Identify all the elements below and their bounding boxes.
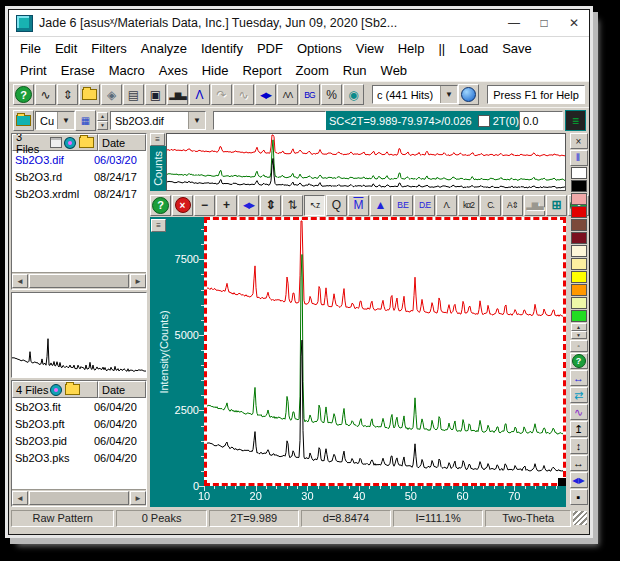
menu-filters[interactable]: Filters [84, 39, 133, 58]
open-scan-button[interactable] [13, 110, 34, 131]
cd-icon[interactable]: ◉ [343, 84, 364, 105]
stack-button[interactable]: ≡ [565, 110, 586, 131]
zap-icon[interactable]: ∿ [35, 84, 56, 105]
color-swatch-7[interactable] [571, 258, 587, 270]
menu-erase[interactable]: Erase [54, 61, 102, 80]
twin-peaks-icon[interactable]: ΛΛ [277, 84, 298, 105]
spinner-down-icon[interactable]: ▼ [97, 121, 108, 130]
report-icon[interactable]: ▂▆▃ [524, 195, 545, 216]
smooth-icon[interactable]: ∿ [233, 84, 254, 105]
color-swatch-0[interactable] [571, 167, 587, 179]
close-button[interactable]: ✕ [559, 11, 589, 35]
zoom-in-icon[interactable]: + [216, 195, 237, 216]
list-item[interactable]: Sb2O3.dif06/03/20 [12, 151, 146, 168]
menu-analyze[interactable]: Analyze [134, 39, 194, 58]
area-fill-icon[interactable]: ▲ [370, 195, 391, 216]
scale-vertical-icon[interactable]: ⇕ [260, 195, 281, 216]
list-item[interactable]: Sb2O3.fit06/04/20 [12, 398, 146, 415]
selection-handle[interactable] [558, 478, 566, 486]
chevron-down-icon[interactable]: ▼ [188, 112, 205, 129]
menu-view[interactable]: View [349, 39, 391, 58]
color-swatch-9[interactable] [571, 284, 587, 296]
normalize-icon[interactable]: ⇅ [282, 195, 303, 216]
color-swatch-8[interactable] [571, 271, 587, 283]
menu-load[interactable]: Load [452, 39, 495, 58]
main-plot[interactable] [204, 217, 566, 486]
de-icon[interactable]: D.E [414, 195, 435, 216]
scroll-left-icon[interactable]: ◄ [12, 274, 28, 288]
help-icon[interactable]: ? [13, 84, 34, 105]
expand-horizontal-icon[interactable]: ◀▶ [255, 84, 276, 105]
menu-save[interactable]: Save [495, 39, 539, 58]
scan-list-scrollbar[interactable]: ◄ ► [12, 272, 146, 289]
diamond-icon[interactable]: ◈ [101, 84, 122, 105]
bg-icon[interactable]: BG [299, 84, 320, 105]
slide-icon[interactable]: ◀▶ [570, 472, 588, 488]
color-swatch-11[interactable] [571, 310, 587, 322]
color-swatch-2[interactable] [571, 193, 587, 205]
result-list-scrollbar[interactable]: ◄ ► [12, 489, 146, 506]
chevron-down-icon[interactable]: ▼ [440, 86, 457, 103]
date-header[interactable]: Date [98, 134, 146, 151]
swatch-spinner[interactable]: ▲▼ [571, 323, 587, 339]
delete-icon[interactable]: × [172, 195, 193, 216]
help-icon[interactable]: ? [150, 195, 171, 216]
table-icon[interactable]: ⊞ [546, 195, 567, 216]
menu-macro[interactable]: Macro [102, 61, 152, 80]
scroll-right-icon[interactable]: ► [130, 491, 146, 505]
menu-zoom[interactable]: Zoom [289, 61, 336, 80]
spinner-up-icon[interactable]: ▲ [571, 323, 587, 331]
zoom-out-icon[interactable]: − [194, 195, 215, 216]
list-item[interactable]: Sb2O3.xrdml08/24/17 [12, 185, 146, 202]
sort-updown-icon[interactable]: ⇕ [57, 84, 78, 105]
menu-edit[interactable]: Edit [48, 39, 84, 58]
scroll-left-icon[interactable]: ◄ [12, 491, 28, 505]
cursor-mode-icon[interactable]: ↖z [304, 195, 325, 216]
scrollbar-thumb[interactable] [29, 491, 129, 505]
color-swatch-3[interactable] [571, 206, 587, 218]
color-swatch-5[interactable] [571, 232, 587, 244]
angle-input[interactable]: 0.0 [519, 111, 563, 130]
file-combo[interactable]: Sb2O3.dif ▼ [110, 111, 206, 130]
color-lines-icon[interactable]: ⦀ [570, 150, 588, 166]
calibrate-icon[interactable]: C. [480, 195, 501, 216]
pan-h-icon[interactable]: ↔ [570, 370, 588, 386]
minimize-button[interactable]: — [499, 11, 529, 35]
splitter-button[interactable]: ≡ [151, 219, 166, 232]
thumbnail-chart[interactable] [11, 292, 147, 378]
stretch-v-icon[interactable]: ↕ [570, 438, 588, 454]
corner-icon[interactable]: ▪ [570, 489, 588, 505]
overview-plot[interactable] [166, 133, 566, 191]
menu-print[interactable]: Print [13, 61, 54, 80]
histogram-icon[interactable]: ▂▆▃ [167, 84, 188, 105]
swap-icon[interactable]: ⇄ [570, 387, 588, 403]
print-icon[interactable]: ▤ [123, 84, 144, 105]
be-icon[interactable]: B.E [392, 195, 413, 216]
magnifier-icon[interactable]: Q [326, 195, 347, 216]
peak-cursor-icon[interactable]: Λ [189, 84, 210, 105]
color-swatch-10[interactable] [571, 297, 587, 309]
spinner-up-icon[interactable]: ▲ [97, 112, 108, 121]
chevron-down-icon[interactable]: ▼ [57, 112, 74, 129]
overlay-icon[interactable]: M [348, 195, 369, 216]
range-checkbox[interactable] [478, 115, 490, 127]
peak-edit-icon[interactable]: A⇕ [502, 195, 523, 216]
maximize-button[interactable]: □ [529, 11, 559, 35]
pan-horizontal-icon[interactable]: ◀▶ [238, 195, 259, 216]
resize-grip-icon[interactable] [573, 511, 587, 525]
menu-axes[interactable]: Axes [152, 61, 195, 80]
spinner-down-icon[interactable]: ▼ [571, 331, 587, 339]
pattern-button[interactable]: ▦ [75, 110, 96, 131]
menu-web[interactable]: Web [374, 61, 415, 80]
mini-button[interactable]: ▫ [570, 340, 588, 352]
color-swatch-6[interactable] [571, 245, 587, 257]
check-circle-icon[interactable] [50, 384, 62, 396]
menu-run[interactable]: Run [336, 61, 374, 80]
splitter-button[interactable]: ≡ [150, 133, 165, 146]
menu-report[interactable]: Report [235, 61, 288, 80]
sphere-button[interactable] [458, 84, 479, 105]
check-circle-icon[interactable] [64, 137, 76, 149]
folder-icon[interactable] [65, 384, 80, 395]
menu-options[interactable]: Options [290, 39, 349, 58]
date-header[interactable]: Date [98, 381, 146, 398]
